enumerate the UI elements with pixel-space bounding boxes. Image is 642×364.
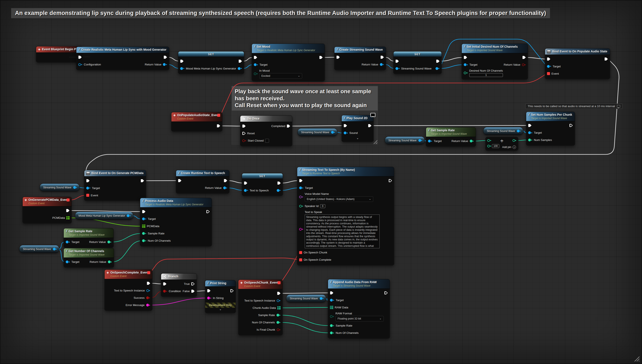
wire[interactable] [440, 58, 463, 62]
exec-pin[interactable] [287, 124, 290, 128]
node-set-init-channels[interactable]: fSet Initial Desired Num Of ChannelsTarg… [462, 44, 528, 80]
data-pin[interactable] [470, 140, 474, 142]
exec-pin[interactable] [368, 124, 371, 128]
data-pin[interactable] [487, 145, 491, 147]
exec-pin[interactable] [547, 57, 550, 61]
expand-chevron-icon[interactable]: ⌄ [205, 308, 236, 311]
exec-pin[interactable] [142, 210, 146, 214]
data-pin[interactable] [53, 248, 57, 250]
data-pin[interactable] [512, 139, 517, 142]
data-pin[interactable] [331, 131, 335, 134]
exec-pin[interactable] [78, 56, 82, 59]
data-pin[interactable] [522, 64, 526, 66]
node-bind-populate[interactable]: Bind Event to On Populate Audio StateTar… [545, 48, 610, 79]
value-field[interactable]: 1 [469, 73, 503, 77]
wire[interactable] [281, 308, 330, 308]
wire[interactable] [70, 211, 142, 212]
wire[interactable] [474, 140, 487, 141]
array-pin[interactable] [277, 306, 281, 310]
canvas-resize-grip[interactable] [633, 355, 639, 362]
exec-pin[interactable] [207, 289, 211, 292]
variable-pill-pill-ssw-1[interactable]: Streaming Sound Wave [297, 128, 337, 136]
data-pin[interactable] [528, 131, 532, 134]
variable-pill-pill-ssw-4[interactable]: Streaming Sound Wave [40, 184, 80, 192]
data-pin[interactable] [142, 232, 146, 235]
data-pin[interactable] [487, 139, 491, 142]
data-pin[interactable] [428, 140, 432, 142]
data-pin[interactable] [528, 138, 532, 141]
data-pin[interactable] [418, 139, 423, 142]
blueprint-graph-canvas[interactable]: An example demonstrating lip sync during… [0, 0, 642, 364]
wire[interactable] [526, 58, 547, 59]
data-pin[interactable] [277, 328, 281, 331]
node-get-sr-1[interactable]: fGet Sample RateTarget is Imported Sound… [426, 127, 476, 147]
exec-pin[interactable] [319, 56, 323, 59]
variable-pill-pill-ssw-3[interactable]: Streaming Sound Wave [483, 127, 523, 135]
delegate-pin[interactable] [217, 114, 220, 117]
exec-pin[interactable] [277, 181, 281, 185]
data-pin[interactable] [86, 187, 91, 190]
wire[interactable] [281, 322, 330, 333]
exec-pin[interactable] [242, 124, 246, 128]
array-pin[interactable] [66, 216, 70, 220]
exec-pin[interactable] [178, 179, 182, 182]
node-play-sound-2d[interactable]: fPlay Sound 2DSound⌄ [342, 115, 374, 142]
exec-pin[interactable] [569, 124, 573, 127]
variable-pill-pill-ssw-5[interactable]: Streaming Sound Wave [19, 245, 59, 253]
data-pin[interactable] [146, 304, 151, 306]
exec-pin[interactable] [604, 57, 608, 61]
wire[interactable] [440, 65, 463, 69]
wire[interactable] [281, 181, 299, 183]
node-on-speech-chunk[interactable]: ◈OnSpeechChunk_EventCustom EventText to … [238, 280, 283, 335]
data-pin[interactable] [223, 186, 228, 189]
data-pin[interactable] [73, 186, 78, 189]
data-pin[interactable] [464, 72, 468, 74]
node-on-populate-event[interactable]: ◈OnPopulateAudioState_EventCustom Event [171, 112, 222, 132]
wire[interactable] [151, 298, 207, 305]
exec-pin[interactable] [164, 56, 167, 59]
data-pin[interactable] [299, 196, 303, 198]
enum-dropdown[interactable]: Floating point 32-bit⌄ [336, 316, 384, 322]
exec-pin[interactable] [522, 56, 526, 59]
value-field[interactable]: 0 [320, 204, 325, 208]
wire[interactable] [70, 195, 86, 200]
value-field[interactable]: 100 [492, 144, 499, 148]
wire[interactable] [228, 188, 244, 190]
data-pin[interactable] [146, 289, 151, 292]
data-pin[interactable] [299, 186, 303, 189]
data-pin[interactable] [277, 321, 281, 324]
enum-dropdown[interactable]: English (United States) - Kokoro (Adam)⌄ [305, 196, 373, 202]
wire[interactable] [112, 241, 142, 262]
exec-pin[interactable] [384, 291, 388, 295]
delegate-pin[interactable] [299, 251, 302, 254]
exec-pin[interactable] [395, 60, 399, 63]
exec-pin[interactable] [180, 60, 184, 63]
enum-dropdown[interactable]: Excited⌄ [259, 73, 302, 79]
node-get-num-channels[interactable]: fGet Number Of ChannelsTarget is Importe… [64, 248, 114, 268]
delegate-pin[interactable] [67, 198, 70, 202]
array-pin[interactable] [330, 306, 333, 309]
data-pin[interactable] [207, 297, 211, 300]
node-comment-bubble[interactable]: This needs to be called so that audio is… [525, 104, 622, 109]
data-pin[interactable] [142, 239, 146, 242]
node-create-lipsync[interactable]: fCreate Realistic Meta Human Lip Sync wi… [76, 46, 169, 70]
data-pin[interactable] [163, 290, 167, 292]
exec-pin[interactable] [163, 282, 167, 286]
array-pin[interactable] [142, 224, 145, 228]
variable-pill-pill-moodgen[interactable]: Mood Meta Human Lip Sync Generator [75, 212, 133, 220]
data-pin[interactable] [330, 324, 334, 327]
wire[interactable] [151, 258, 299, 273]
data-pin[interactable] [108, 260, 112, 263]
exec-pin[interactable] [191, 290, 195, 293]
node-on-speech-complete[interactable]: ◈OnSpeechComplete_EventCustom EventText … [105, 270, 152, 311]
exec-pin[interactable] [330, 291, 333, 295]
data-pin[interactable] [238, 67, 242, 70]
data-pin[interactable] [547, 65, 551, 68]
data-pin[interactable] [344, 132, 348, 134]
exec-pin[interactable] [528, 124, 531, 127]
data-pin[interactable] [127, 214, 131, 217]
exec-pin[interactable] [254, 56, 257, 59]
data-pin[interactable] [517, 130, 521, 132]
exec-pin[interactable] [299, 179, 303, 182]
data-pin[interactable] [66, 260, 70, 263]
